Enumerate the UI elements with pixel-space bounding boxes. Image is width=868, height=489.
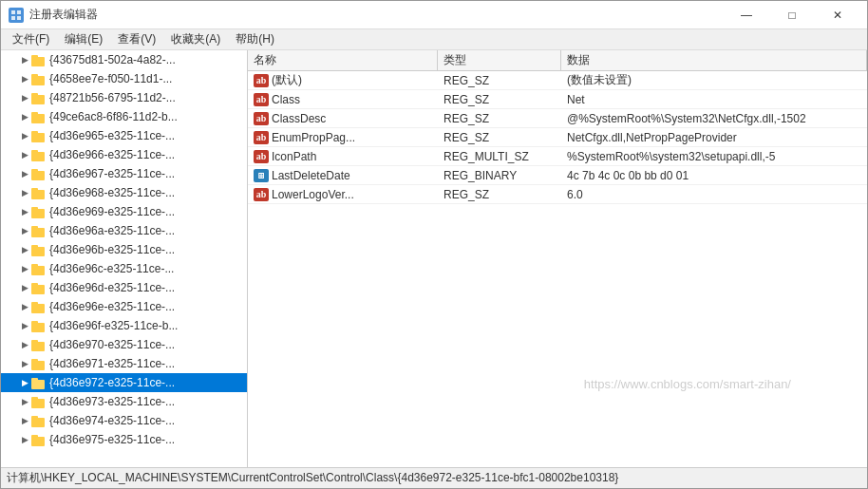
cell-data: NetCfgx.dll,NetPropPageProvider — [561, 128, 867, 147]
folder-icon — [31, 72, 47, 85]
value-name: LastDeleteDate — [272, 169, 350, 182]
tree-item-label: {4658ee7e-f050-11d1-... — [49, 72, 172, 85]
folder-icon — [31, 262, 47, 275]
tree-item[interactable]: ▶{4d36e974-e325-11ce-... — [1, 411, 247, 430]
value-name: EnumPropPag... — [272, 131, 355, 144]
table-row[interactable]: abEnumPropPag...REG_SZNetCfgx.dll,NetPro… — [248, 128, 867, 147]
folder-icon — [31, 414, 47, 427]
string-value-icon: ab — [254, 188, 269, 201]
main-content: ▶{43675d81-502a-4a82-...▶{4658ee7e-f050-… — [1, 50, 867, 467]
window-title: 注册表编辑器 — [29, 7, 98, 23]
tree-item-label: {4d36e975-e325-11ce-... — [49, 433, 175, 446]
tree-item-label: {43675d81-502a-4a82-... — [49, 53, 176, 66]
value-name: LowerLogoVer... — [272, 188, 354, 201]
tree-item[interactable]: ▶{4d36e96e-e325-11ce-... — [1, 297, 247, 316]
cell-data: %SystemRoot%\system32\setupapi.dll,-5 — [561, 147, 867, 166]
folder-icon — [31, 357, 47, 370]
tree-item-label: {4d36e96e-e325-11ce-... — [49, 300, 175, 313]
tree-item-label: {4d36e96c-e325-11ce-... — [49, 262, 174, 275]
tree-item[interactable]: ▶{48721b56-6795-11d2-... — [1, 88, 247, 107]
tree-item[interactable]: ▶{4d36e966-e325-11ce-... — [1, 145, 247, 164]
tree-item[interactable]: ▶{4658ee7e-f050-11d1-... — [1, 69, 247, 88]
tree-item[interactable]: ▶{4d36e96b-e325-11ce-... — [1, 240, 247, 259]
window-controls: — □ ✕ — [725, 1, 859, 29]
tree-expand-icon: ▶ — [18, 72, 31, 85]
tree-item[interactable]: ▶{4d36e96f-e325-11ce-b... — [1, 316, 247, 335]
table-body: ab(默认)REG_SZ(数值未设置)abClassREG_SZNetabCla… — [248, 71, 867, 204]
cell-name: abClass — [248, 90, 438, 109]
registry-table: 名称 类型 数据 ab(默认)REG_SZ(数值未设置)abClassREG_S… — [248, 50, 867, 467]
folder-icon — [31, 300, 47, 313]
folder-icon — [31, 338, 47, 351]
table-row[interactable]: ⊞LastDeleteDateREG_BINARY4c 7b 4c 0c 0b … — [248, 166, 867, 185]
tree-expand-icon: ▶ — [18, 205, 31, 218]
cell-type: REG_BINARY — [438, 166, 561, 185]
tree-item-label: {4d36e965-e325-11ce-... — [49, 129, 175, 142]
tree-item[interactable]: ▶{4d36e96d-e325-11ce-... — [1, 278, 247, 297]
registry-values-panel: 名称 类型 数据 ab(默认)REG_SZ(数值未设置)abClassREG_S… — [248, 50, 867, 467]
menu-file[interactable]: 文件(F) — [5, 29, 57, 50]
tree-item-label: {4d36e971-e325-11ce-... — [49, 357, 175, 370]
folder-icon — [31, 167, 47, 180]
cell-type: REG_SZ — [438, 128, 561, 147]
tree-item[interactable]: ▶{49ce6ac8-6f86-11d2-b... — [1, 107, 247, 126]
tree-expand-icon: ▶ — [18, 376, 31, 389]
folder-icon — [31, 148, 47, 161]
menu-edit[interactable]: 编辑(E) — [57, 29, 110, 50]
tree-item[interactable]: ▶{4d36e967-e325-11ce-... — [1, 164, 247, 183]
folder-icon — [31, 110, 47, 123]
menu-help[interactable]: 帮助(H) — [228, 29, 282, 50]
tree-item-label: {4d36e96d-e325-11ce-... — [49, 281, 175, 294]
tree-item[interactable]: ▶{4d36e965-e325-11ce-... — [1, 126, 247, 145]
folder-icon — [31, 129, 47, 142]
tree-expand-icon: ▶ — [18, 243, 31, 256]
table-row[interactable]: ab(默认)REG_SZ(数值未设置) — [248, 71, 867, 90]
tree-item[interactable]: ▶{43675d81-502a-4a82-... — [1, 50, 247, 69]
tree-item-label: {4d36e970-e325-11ce-... — [49, 338, 175, 351]
menu-favorites[interactable]: 收藏夹(A) — [163, 29, 228, 50]
tree-item[interactable]: ▶{4d36e975-e325-11ce-... — [1, 430, 247, 449]
maximize-button[interactable]: □ — [770, 1, 814, 29]
binary-value-icon: ⊞ — [254, 169, 269, 182]
col-header-data: 数据 — [561, 50, 867, 71]
table-row[interactable]: abLowerLogoVer...REG_SZ6.0 — [248, 185, 867, 204]
tree-item[interactable]: ▶{4d36e96c-e325-11ce-... — [1, 259, 247, 278]
string-value-icon: ab — [254, 150, 269, 163]
tree-item-label: {48721b56-6795-11d2-... — [49, 91, 176, 104]
tree-expand-icon: ▶ — [18, 167, 31, 180]
tree-item[interactable]: ▶{4d36e968-e325-11ce-... — [1, 183, 247, 202]
table-row[interactable]: abClassREG_SZNet — [248, 90, 867, 109]
svg-rect-2 — [11, 16, 15, 20]
cell-type: REG_SZ — [438, 109, 561, 128]
tree-item-label: {4d36e968-e325-11ce-... — [49, 186, 175, 199]
string-value-icon: ab — [254, 112, 269, 125]
tree-item-label: {4d36e974-e325-11ce-... — [49, 414, 175, 427]
table-row[interactable]: abIconPathREG_MULTI_SZ%SystemRoot%\syste… — [248, 147, 867, 166]
tree-item-label: {49ce6ac8-6f86-11d2-b... — [49, 110, 178, 123]
tree-expand-icon: ▶ — [18, 395, 31, 408]
menu-bar: 文件(F) 编辑(E) 查看(V) 收藏夹(A) 帮助(H) — [1, 29, 867, 50]
folder-icon — [31, 433, 47, 446]
tree-item[interactable]: ▶{4d36e973-e325-11ce-... — [1, 392, 247, 411]
tree-item[interactable]: ▶{4d36e970-e325-11ce-... — [1, 335, 247, 354]
tree-item[interactable]: ▶{4d36e96a-e325-11ce-... — [1, 221, 247, 240]
folder-icon — [31, 243, 47, 256]
tree-expand-icon: ▶ — [18, 262, 31, 275]
tree-item[interactable]: ▶{4d36e972-e325-11ce-... — [1, 373, 247, 392]
tree-item-label: {4d36e972-e325-11ce-... — [49, 376, 175, 389]
title-bar: 注册表编辑器 — □ ✕ — [1, 1, 867, 29]
tree-expand-icon: ▶ — [18, 300, 31, 313]
tree-expand-icon: ▶ — [18, 357, 31, 370]
tree-item-label: {4d36e96f-e325-11ce-b... — [49, 319, 178, 332]
tree-item[interactable]: ▶{4d36e969-e325-11ce-... — [1, 202, 247, 221]
status-bar: 计算机\HKEY_LOCAL_MACHINE\SYSTEM\CurrentCon… — [1, 467, 867, 488]
minimize-button[interactable]: — — [725, 1, 768, 29]
menu-view[interactable]: 查看(V) — [110, 29, 163, 50]
close-button[interactable]: ✕ — [816, 1, 859, 29]
cell-data: 4c 7b 4c 0c 0b bb d0 01 — [561, 166, 867, 185]
tree-item[interactable]: ▶{4d36e971-e325-11ce-... — [1, 354, 247, 373]
table-row[interactable]: abClassDescREG_SZ@%SystemRoot%\System32\… — [248, 109, 867, 128]
status-text: 计算机\HKEY_LOCAL_MACHINE\SYSTEM\CurrentCon… — [7, 470, 618, 486]
cell-data: @%SystemRoot%\System32\NetCfgx.dll,-1502 — [561, 109, 867, 128]
value-name: IconPath — [272, 150, 316, 163]
